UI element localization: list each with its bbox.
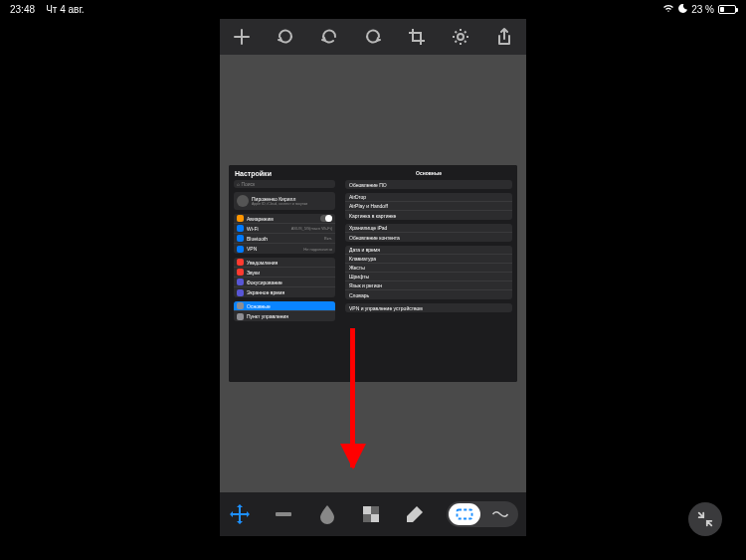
detail-row: AirDrop bbox=[345, 193, 512, 202]
blur-tool[interactable] bbox=[315, 502, 339, 526]
group-notifications: Уведомления Звуки Фокусирование Экранное… bbox=[234, 258, 335, 297]
status-left: 23:48 Чт 4 авг. bbox=[10, 4, 85, 15]
moon-icon bbox=[237, 279, 244, 285]
speaker-icon bbox=[237, 269, 244, 276]
move-tool[interactable] bbox=[228, 502, 252, 526]
add-button[interactable] bbox=[231, 26, 253, 48]
redo-button[interactable] bbox=[362, 26, 384, 48]
canvas-area[interactable]: Настройки ⌕ Поиск Пироженко Кирилл Apple… bbox=[220, 55, 526, 492]
profile-row: Пироженко Кирилл Apple ID, iCloud, конте… bbox=[234, 192, 335, 210]
detail-row: Шрифты bbox=[345, 273, 512, 281]
svg-rect-5 bbox=[371, 514, 379, 522]
status-right: 23 % bbox=[662, 3, 736, 15]
search-field: ⌕ Поиск bbox=[234, 180, 335, 188]
wifi-icon bbox=[662, 3, 674, 15]
detail-title: Основные bbox=[345, 168, 512, 180]
bottom-toolbar bbox=[220, 492, 526, 536]
avatar bbox=[237, 195, 249, 207]
screenshot-content: Настройки ⌕ Поиск Пироженко Кирилл Apple… bbox=[229, 165, 517, 382]
hourglass-icon bbox=[237, 289, 244, 296]
svg-rect-1 bbox=[276, 512, 291, 516]
detail-row: Картинка в картинке bbox=[345, 211, 512, 220]
detail-row: Обновление ПО bbox=[345, 180, 512, 189]
row-general: Основные bbox=[234, 301, 335, 311]
settings-detail: Основные Обновление ПО AirDrop AirPlay и… bbox=[340, 165, 517, 382]
settings-button[interactable] bbox=[450, 26, 471, 48]
select-rect[interactable] bbox=[449, 503, 480, 525]
group-general: Основные Пункт управления bbox=[234, 301, 335, 321]
detail-row: Язык и регион bbox=[345, 281, 512, 290]
row-wifi: Wi-FiASUS_5G(macn Wi-Fi) bbox=[234, 224, 335, 234]
wifi-row-icon bbox=[237, 225, 244, 232]
detail-row: Обновление контента bbox=[345, 233, 512, 242]
status-time: 23:48 bbox=[10, 4, 35, 15]
search-icon: ⌕ bbox=[237, 181, 240, 187]
search-placeholder: Поиск bbox=[241, 181, 255, 187]
battery-icon bbox=[718, 5, 736, 14]
row-focus: Фокусирование bbox=[234, 278, 335, 287]
row-bluetooth: BluetoothВкл. bbox=[234, 234, 335, 244]
switches-icon bbox=[237, 313, 244, 320]
pixelate-tool[interactable] bbox=[359, 502, 383, 526]
detail-row: Хранилище iPad bbox=[345, 224, 512, 233]
svg-point-0 bbox=[458, 34, 464, 40]
svg-rect-6 bbox=[458, 510, 472, 519]
detail-row: Жесты bbox=[345, 264, 512, 273]
profile-subtitle: Apple ID, iCloud, контент и покупки bbox=[252, 202, 307, 206]
svg-rect-3 bbox=[371, 506, 379, 514]
svg-rect-4 bbox=[363, 514, 371, 522]
bluetooth-icon bbox=[237, 235, 244, 242]
crop-button[interactable] bbox=[406, 26, 428, 48]
detail-row: Клавиатура bbox=[345, 255, 512, 264]
row-control-center: Пункт управления bbox=[234, 311, 335, 321]
select-lasso[interactable] bbox=[484, 503, 516, 525]
rotate-button[interactable] bbox=[275, 26, 296, 48]
detail-row: VPN и управление устройством bbox=[345, 303, 512, 312]
status-date: Чт 4 авг. bbox=[46, 4, 84, 15]
detail-row: Дата и время bbox=[345, 246, 512, 255]
row-vpn: VPNНе подключено bbox=[234, 244, 335, 254]
eraser-tool[interactable] bbox=[403, 502, 427, 526]
bell-icon bbox=[237, 259, 244, 266]
gear-icon bbox=[237, 302, 244, 309]
vpn-icon bbox=[237, 246, 244, 253]
row-sounds: Звуки bbox=[234, 268, 335, 278]
editor-panel: Настройки ⌕ Поиск Пироженко Кирилл Apple… bbox=[220, 19, 526, 536]
undo-button[interactable] bbox=[318, 26, 340, 48]
airplane-icon bbox=[237, 215, 244, 222]
share-button[interactable] bbox=[493, 26, 515, 48]
battery-percent: 23 % bbox=[691, 4, 714, 15]
settings-sidebar: Настройки ⌕ Поиск Пироженко Кирилл Apple… bbox=[229, 165, 340, 382]
group-network: Авиарежим Wi-FiASUS_5G(macn Wi-Fi) Bluet… bbox=[234, 214, 335, 254]
selection-mode-toggle[interactable] bbox=[447, 501, 518, 527]
row-notifications: Уведомления bbox=[234, 258, 335, 268]
top-toolbar bbox=[220, 19, 526, 55]
detail-row: AirPlay и Handoff bbox=[345, 202, 512, 211]
bar-tool[interactable] bbox=[272, 502, 295, 526]
collapse-fab[interactable] bbox=[688, 502, 722, 536]
svg-rect-2 bbox=[363, 506, 371, 514]
row-airplane: Авиарежим bbox=[234, 214, 335, 224]
toggle bbox=[320, 215, 332, 222]
ipad-statusbar: 23:48 Чт 4 авг. 23 % bbox=[0, 0, 746, 18]
row-screentime: Экранное время bbox=[234, 287, 335, 297]
detail-row: Словарь bbox=[345, 290, 512, 299]
sidebar-title: Настройки bbox=[229, 165, 340, 180]
dnd-moon-icon bbox=[678, 4, 687, 15]
